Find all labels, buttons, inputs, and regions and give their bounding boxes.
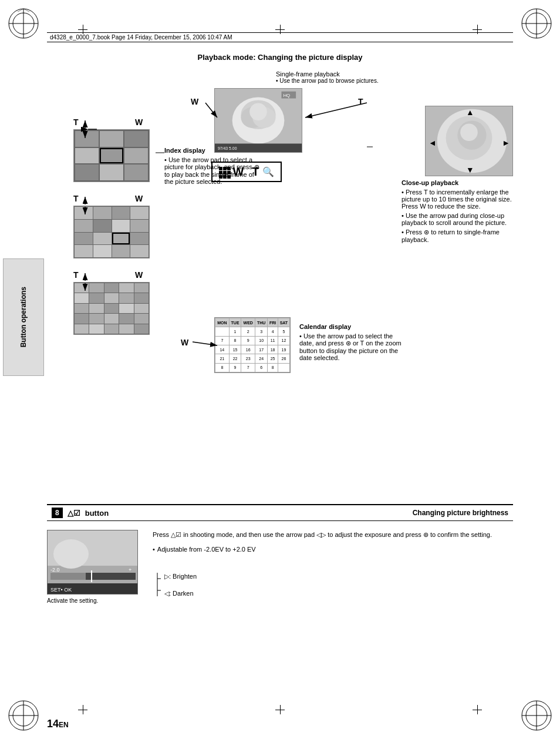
single-frame-image: HQ 97/43 5.00 (214, 88, 302, 153)
svg-text:+: + (129, 567, 131, 573)
crosshair-bottom-left (78, 705, 87, 714)
button-symbol: △☑ (68, 509, 80, 518)
closeup-bullet-1: • Press T to incrementally enlarge the p… (402, 189, 513, 210)
closeup-bullet-2: • Use the arrow pad during close-up play… (402, 212, 513, 226)
svg-text:►: ► (502, 138, 510, 147)
svg-rect-56 (50, 573, 86, 580)
page-title: Playback mode: Changing the picture disp… (47, 53, 513, 62)
index-label: Index display (164, 147, 261, 154)
wt-label-w-cal: W (181, 338, 188, 347)
svg-point-23 (249, 103, 267, 120)
page-num: 14 (47, 718, 59, 730)
svg-text:▼: ▼ (466, 165, 474, 174)
arrows-svg (153, 572, 161, 598)
exposure-image: SET• OK -2.0 + (47, 530, 138, 594)
wt-label-w2: W (135, 194, 143, 203)
brighten-darken-area: ▷: Brighten ◁: Darken (153, 572, 513, 598)
button-bullet: Adjustable from -2.0EV to +2.0 EV (153, 545, 513, 555)
corner-decoration-tl (6, 6, 41, 41)
crosshair-bottom-center (275, 705, 285, 714)
svg-text:◄: ◄ (429, 138, 437, 147)
wt-label-w1: W (135, 117, 143, 127)
index-bullet-1: • Use the arrow pad to select a picture … (164, 156, 261, 185)
main-content: Playback mode: Changing the picture disp… (47, 53, 513, 692)
page-number: 14EN (47, 718, 69, 730)
changing-brightness-label: Changing picture brightness (413, 509, 508, 517)
calendar-bullet-1: • Use the arrow pad to select the date, … (299, 332, 405, 361)
svg-point-54 (53, 539, 89, 569)
svg-text:-2.0: -2.0 (50, 567, 60, 573)
crosshair-top-right (473, 25, 482, 34)
svg-text:HQ: HQ (283, 93, 290, 98)
button-number: 8 (52, 508, 63, 518)
brighten-label: ▷: Brighten (164, 572, 513, 582)
svg-line-48 (193, 342, 217, 345)
single-frame-desc: • Use the arrow pad to browse pictures. (276, 78, 379, 84)
page-suffix: EN (59, 721, 69, 729)
zoom-magnifier: 🔍 (262, 166, 274, 177)
header-text: d4328_e_0000_7.book Page 14 Friday, Dece… (50, 34, 232, 41)
single-frame-label: Single-frame playback • Use the arrow pa… (276, 70, 379, 84)
wt-label-t2: T (73, 194, 79, 203)
wt-label-t-top: T (358, 97, 363, 106)
side-tab-text: Button operations (19, 287, 28, 347)
svg-point-32 (460, 123, 478, 141)
crosshair-bottom-right (473, 705, 482, 714)
closeup-bullet-3: • Press ⊛ to return to single-frame play… (402, 229, 513, 243)
button-section: 8 △☑ button Changing picture brightness (47, 504, 513, 692)
corner-decoration-br (519, 698, 554, 733)
wt-label-t1: T (73, 117, 79, 127)
svg-text:▲: ▲ (466, 108, 474, 117)
calendar-label-area: Calendar display • Use the arrow pad to … (299, 323, 405, 361)
closeup-image: ▲ ▼ ◄ ► (425, 106, 513, 176)
button-image-area: SET• OK -2.0 + Activate the setting. (47, 530, 141, 604)
closeup-label-area: Close-up playback • Press T to increment… (402, 179, 513, 243)
playback-section: Single-frame playback • Use the arrow pa… (47, 70, 513, 458)
crosshair-top-center (275, 25, 285, 34)
wt-label-w-top: W (191, 97, 198, 106)
button-body: SET• OK -2.0 + Activate the setting. Pre… (47, 521, 513, 613)
index-image-2 (73, 206, 150, 258)
index-image-1 (73, 129, 150, 182)
button-text-area: Press △☑ in shooting mode, and then use … (153, 530, 513, 604)
button-header: 8 △☑ button Changing picture brightness (47, 504, 513, 521)
wt-label-t3: T (73, 270, 79, 280)
button-label: button (85, 509, 109, 518)
crosshair-top-left (78, 25, 87, 34)
calendar-label: Calendar display (299, 323, 405, 330)
corner-decoration-tr (519, 6, 554, 41)
side-tab: Button operations (3, 258, 44, 376)
darken-label: ◁: Darken (164, 589, 513, 599)
wt-label-w3: W (135, 270, 143, 280)
index-label-area: Index display • Use the arrow pad to sel… (164, 147, 261, 185)
activate-label: Activate the setting. (47, 597, 141, 604)
closeup-label: Close-up playback (402, 179, 513, 186)
svg-text:SET• OK: SET• OK (50, 587, 72, 593)
calendar-image: MONTUEWEDTHUFRISAT 12345 789101112 14151… (214, 317, 291, 373)
button-description: Press △☑ in shooting mode, and then use … (153, 530, 513, 540)
corner-decoration-bl (6, 698, 41, 733)
index-image-3 (73, 282, 150, 335)
